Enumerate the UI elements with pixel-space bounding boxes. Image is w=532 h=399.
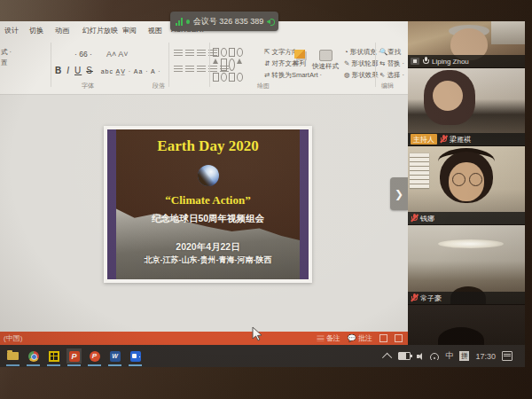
- bullet-list-icons[interactable]: [174, 50, 217, 56]
- host-badge: 主持人: [411, 134, 437, 145]
- language-indicator: (中国): [4, 333, 22, 343]
- paragraph-group-label: 段落: [153, 82, 165, 90]
- mic-muted-icon: [440, 135, 447, 144]
- meeting-app-icon: [130, 351, 141, 362]
- taskbar-powerpoint[interactable]: P: [66, 348, 82, 364]
- participant-name: 钱娜: [420, 214, 434, 223]
- slide-design: Earth Day 2020 “Climate Action” 纪念地球日50周…: [107, 129, 309, 279]
- reset-button-partial[interactable]: 置: [1, 59, 8, 67]
- grid-app-icon: [49, 351, 59, 362]
- speaker-icon[interactable]: [267, 18, 273, 26]
- wall-poster: [410, 153, 429, 189]
- replace-button[interactable]: ⇆ 替换 ·: [379, 59, 404, 68]
- comments-button[interactable]: 💬 批注: [348, 333, 372, 343]
- tab-animations[interactable]: 动画: [55, 26, 69, 35]
- taskbar-chrome[interactable]: [26, 348, 41, 364]
- tab-transitions[interactable]: 切换: [29, 26, 43, 35]
- powerpoint-icon: P: [69, 351, 80, 362]
- drawing-group-label: 绘图: [257, 82, 270, 90]
- more-font-buttons[interactable]: abc A̲V̲ · Aa · A ·: [101, 68, 161, 74]
- font-size-input[interactable]: · 66 ·: [74, 50, 92, 59]
- tray-expand-icon[interactable]: [382, 352, 392, 362]
- ime-mode-icon[interactable]: 拼: [459, 351, 469, 361]
- taskbar-meeting-app[interactable]: [128, 348, 143, 364]
- participant-video[interactable]: 钱娜: [408, 146, 525, 225]
- participant-video[interactable]: 主持人 梁雁祺: [408, 68, 525, 146]
- slide-canvas[interactable]: Earth Day 2020 “Climate Action” 纪念地球日50周…: [0, 95, 408, 332]
- arrange-button[interactable]: 排列: [293, 50, 306, 68]
- mic-muted-icon: [411, 293, 418, 302]
- chrome-icon: [28, 351, 39, 362]
- shape-effects-button[interactable]: ◍ 形状效果 ·: [344, 71, 382, 80]
- taskbar-app-yellow[interactable]: [46, 348, 61, 364]
- word-icon: W: [110, 351, 121, 362]
- font-group-label: 字体: [82, 82, 94, 90]
- slide[interactable]: Earth Day 2020 “Climate Action” 纪念地球日50周…: [104, 126, 312, 283]
- slide-title: Earth Day 2020: [107, 137, 309, 155]
- folder-icon: [7, 352, 19, 360]
- wifi-icon[interactable]: [430, 353, 439, 360]
- mic-on-icon: [422, 57, 429, 66]
- participant-label: 常子豪: [408, 292, 525, 304]
- sorter-view-icon[interactable]: [395, 334, 403, 342]
- tab-view[interactable]: 视图: [148, 26, 162, 35]
- orange-p-icon: P: [90, 351, 100, 362]
- quick-styles-button[interactable]: 快速样式: [312, 50, 339, 71]
- sidebar-collapse-button[interactable]: ❯: [390, 177, 408, 210]
- participant-video[interactable]: 常子豪: [408, 225, 525, 305]
- italic-button[interactable]: I: [66, 66, 70, 75]
- arrange-icon: [294, 50, 305, 59]
- glasses-left-lens: [452, 173, 466, 186]
- signal-strength-icon: [176, 18, 183, 26]
- clock[interactable]: 17:30: [475, 352, 496, 361]
- participant-video[interactable]: Liping Zhou: [408, 21, 525, 68]
- slide-subtitle: “Climate Action”: [107, 193, 309, 207]
- recording-dot-icon: [186, 20, 190, 24]
- volume-icon[interactable]: [417, 353, 424, 360]
- mouse-cursor: [251, 326, 263, 342]
- shape-outline-button[interactable]: ✎ 形状轮廓 ·: [344, 59, 382, 68]
- tab-design[interactable]: 设计: [4, 26, 19, 35]
- participant-video[interactable]: [408, 305, 525, 347]
- battery-icon[interactable]: [398, 352, 411, 360]
- taskbar-app-orange[interactable]: P: [87, 348, 102, 364]
- laptop-screen: 设计 切换 动画 幻灯片放映 审阅 视图 ACROBAT 式 · 置 · 66 …: [0, 21, 525, 367]
- ceiling-lamp: [438, 239, 504, 248]
- slide-locations: 北京-江苏-山东-贵州-青海-河南-陕西: [107, 254, 309, 266]
- participant-label: 钱娜: [408, 212, 525, 224]
- strike-button[interactable]: S: [86, 66, 93, 75]
- font-style-buttons: BIUS abc A̲V̲ · Aa · A ·: [55, 66, 166, 75]
- tab-review[interactable]: 审阅: [122, 26, 137, 35]
- shapes-gallery[interactable]: [213, 48, 243, 82]
- participant-label: Liping Zhou: [408, 55, 525, 67]
- system-tray: 中 拼 17:30: [385, 350, 512, 362]
- powerpoint-status-bar: (中国) ▤ 备注 💬 批注: [0, 332, 408, 345]
- bold-button[interactable]: B: [55, 66, 62, 75]
- notes-button[interactable]: ▤ 备注: [317, 333, 340, 343]
- underline-button[interactable]: U: [74, 66, 82, 75]
- tab-slideshow[interactable]: 幻灯片放映: [82, 26, 118, 35]
- meeting-overlay-bar[interactable]: 会议号 326 835 389: [170, 12, 278, 31]
- participant-head: [438, 327, 484, 347]
- slide-theme-line: 纪念地球日50周年视频组会: [107, 213, 309, 225]
- participant-label: 主持人 梁雁祺: [408, 133, 525, 145]
- smartart-button[interactable]: ⇄ 转换为SmartArt ·: [264, 71, 322, 80]
- find-button[interactable]: 🔍查找: [379, 48, 401, 57]
- quick-styles-icon: [319, 50, 332, 61]
- windows-taskbar: P P W 中 拼 17:30: [0, 345, 525, 367]
- notification-center-icon[interactable]: [502, 351, 512, 361]
- participant-name: 梁雁祺: [450, 135, 471, 145]
- ime-language-indicator[interactable]: 中: [445, 350, 453, 362]
- glasses-right-lens: [469, 173, 482, 186]
- layout-button-partial[interactable]: 式 ·: [1, 48, 12, 57]
- taskbar-word[interactable]: W: [107, 348, 122, 364]
- participant-name: Liping Zhou: [432, 58, 469, 66]
- mic-muted-icon: [411, 214, 418, 223]
- taskbar-file-explorer[interactable]: [5, 348, 20, 364]
- window-light: [491, 21, 525, 44]
- editing-group-label: 编辑: [381, 82, 394, 90]
- photo-of-laptop-screen: 设计 切换 动画 幻灯片放映 审阅 视图 ACROBAT 式 · 置 · 66 …: [0, 0, 532, 399]
- select-button[interactable]: ⇖ 选择 ·: [379, 71, 404, 80]
- normal-view-icon[interactable]: [379, 334, 387, 342]
- meeting-video-sidebar: ❯ Liping Zhou 主持人 梁雁祺: [408, 21, 525, 345]
